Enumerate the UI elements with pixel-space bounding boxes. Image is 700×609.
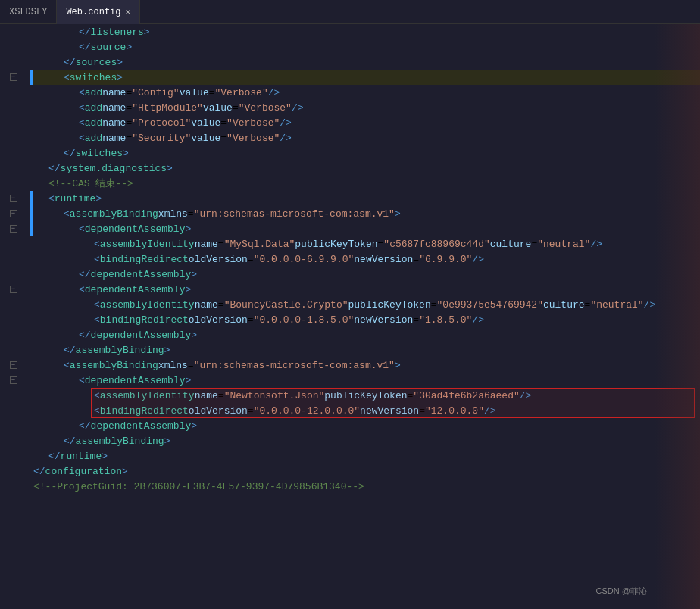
gutter-row: [0, 176, 27, 191]
code-line: </assemblyBinding>: [30, 342, 700, 358]
code-content-wrapper: </listeners></source></sources><switches…: [27, 24, 700, 609]
code-line: <assemblyIdentity name="MySql.Data" publ…: [30, 236, 700, 251]
line-indicator: [30, 221, 33, 236]
code-line: </dependentAssembly>: [30, 327, 700, 342]
code-line: <add name="Config" value="Verbose"/>: [30, 85, 700, 100]
fold-icon[interactable]: −: [10, 195, 17, 202]
code-line: </assemblyBinding>: [30, 433, 700, 448]
code-line: </switches>: [30, 145, 700, 161]
code-line: <add name="Protocol" value="Verbose"/>: [30, 115, 700, 130]
code-line: <runtime>: [30, 191, 700, 206]
close-icon[interactable]: ✕: [125, 7, 130, 17]
fold-icon[interactable]: −: [10, 376, 17, 384]
code-line: </sources>: [30, 55, 700, 70]
gutter: −−−−−−−: [0, 24, 27, 609]
tab-webconfig[interactable]: Web.config ✕: [57, 0, 140, 24]
code-line: <bindingRedirect oldVersion="0.0.0.0-12.…: [30, 403, 700, 418]
gutter-row: [0, 479, 27, 494]
code-line: <assemblyIdentity name="Newtonsoft.Json"…: [30, 388, 700, 403]
code-line: <add name="Security" value="Verbose"/>: [30, 130, 700, 145]
fold-icon[interactable]: −: [10, 210, 17, 217]
tab-bar: XSLDSLY Web.config ✕: [0, 0, 700, 24]
code-line: <dependentAssembly>: [30, 373, 700, 388]
code-line: <bindingRedirect oldVersion="0.0.0.0-1.8…: [30, 312, 700, 327]
code-line: <switches>: [30, 70, 700, 85]
gutter-row: [0, 403, 27, 418]
gutter-row: [0, 100, 27, 115]
gutter-row: [0, 161, 27, 176]
code-line: </runtime>: [30, 448, 700, 464]
code-line: <assemblyBinding xmlns="urn:schemas-micr…: [30, 358, 700, 373]
code-line: <add name="HttpModule" value="Verbose"/>: [30, 100, 700, 115]
watermark: CSDN @菲沁: [596, 586, 647, 597]
code-line: <dependentAssembly>: [30, 282, 700, 297]
gutter-row: [0, 464, 27, 479]
gutter-row: [0, 327, 27, 342]
line-indicator: [30, 70, 33, 85]
code-line: </configuration>: [30, 464, 700, 479]
code-line: <!--CAS 结束-->: [30, 176, 700, 191]
gutter-row: [0, 342, 27, 358]
gutter-row: [0, 145, 27, 161]
code-line: </system.diagnostics>: [30, 161, 700, 176]
fold-icon[interactable]: −: [10, 361, 17, 369]
code-line: </dependentAssembly>: [30, 418, 700, 433]
gutter-row: [0, 251, 27, 267]
code-line: <assemblyBinding xmlns="urn:schemas-micr…: [30, 206, 700, 221]
code-lines: </listeners></source></sources><switches…: [27, 24, 700, 494]
gutter-row: [0, 24, 27, 39]
gutter-row: [0, 39, 27, 55]
fold-icon[interactable]: −: [10, 225, 17, 233]
code-line: </dependentAssembly>: [30, 267, 700, 282]
code-line: </source>: [30, 39, 700, 55]
gutter-row: [0, 297, 27, 312]
gutter-row: [0, 115, 27, 130]
gutter-row: [0, 267, 27, 282]
gutter-row: [0, 130, 27, 145]
gutter-row: −: [0, 206, 27, 221]
gutter-row: [0, 55, 27, 70]
code-line: <bindingRedirect oldVersion="0.0.0.0-6.9…: [30, 251, 700, 267]
gutter-row: [0, 433, 27, 448]
gutter-row: [0, 312, 27, 327]
tab-xsldsly[interactable]: XSLDSLY: [0, 0, 57, 24]
tab-xsldsly-label: XSLDSLY: [9, 7, 47, 17]
code-line: </listeners>: [30, 24, 700, 39]
gutter-row: [0, 388, 27, 403]
gutter-row: [0, 236, 27, 251]
code-area: −−−−−−− </listeners></source></sources><…: [0, 24, 700, 609]
fold-icon[interactable]: −: [10, 73, 17, 81]
line-indicator: [30, 191, 33, 206]
gutter-row: [0, 85, 27, 100]
code-line: <dependentAssembly>: [30, 221, 700, 236]
gutter-row: −: [0, 70, 27, 85]
fold-icon[interactable]: −: [10, 286, 17, 293]
gutter-row: −: [0, 358, 27, 373]
code-line: <assemblyIdentity name="BouncyCastle.Cry…: [30, 297, 700, 312]
tab-webconfig-label: Web.config: [66, 7, 120, 17]
gutter-row: −: [0, 282, 27, 297]
gutter-row: [0, 448, 27, 464]
gutter-row: −: [0, 373, 27, 388]
code-line: <!--ProjectGuid: 2B736007-E3B7-4E57-9397…: [30, 479, 700, 494]
line-indicator: [30, 206, 33, 221]
gutter-row: [0, 418, 27, 433]
gutter-row: −: [0, 191, 27, 206]
gutter-row: −: [0, 221, 27, 236]
